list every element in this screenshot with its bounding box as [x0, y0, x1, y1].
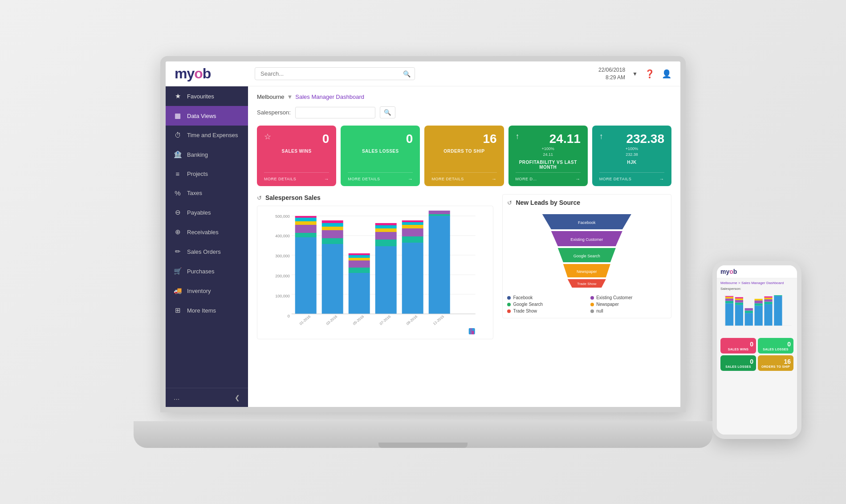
- sales-orders-icon: ✏: [174, 248, 182, 256]
- svg-rect-86: [764, 299, 772, 301]
- user-icon[interactable]: 👤: [662, 69, 671, 79]
- kpi-value-profitability: 24.11: [549, 132, 581, 146]
- search-container: 🔍: [255, 67, 415, 80]
- sidebar-item-more-items[interactable]: ⊞ More Items: [166, 301, 248, 320]
- bar-chart-svg: 500,000 400,000 300,000 200,000 100,000 …: [261, 211, 489, 335]
- sidebar-item-data-views[interactable]: ▦ Data Views: [166, 106, 248, 126]
- svg-rect-42: [429, 216, 450, 314]
- sidebar-item-purchases[interactable]: 🛒 Purchases: [166, 261, 248, 281]
- legend-label-null: null: [596, 309, 603, 313]
- svg-rect-82: [755, 301, 763, 303]
- sidebar-label-time-expenses: Time and Expenses: [187, 132, 238, 138]
- svg-rect-23: [322, 220, 343, 223]
- funnel-refresh-icon[interactable]: ↺: [507, 199, 512, 206]
- svg-text:07-2016: 07-2016: [379, 314, 392, 326]
- sidebar-label-receivables: Receivables: [187, 229, 219, 236]
- kpi-footer-sales-losses[interactable]: MORE DETAILS →: [348, 172, 413, 182]
- svg-rect-54: [472, 331, 474, 334]
- time-text: 8:29 AM: [598, 74, 625, 81]
- kpi-extra-profitability: +100%24.11: [516, 146, 581, 157]
- phone-screen: myob Melbourne > Sales Manager Dashboard…: [717, 265, 797, 435]
- svg-rect-69: [725, 298, 733, 301]
- sidebar-item-payables[interactable]: ⊖ Payables: [166, 203, 248, 222]
- phone-kpi-label-orders: ORDERS TO SHIP: [761, 365, 791, 368]
- bar-chart-title: Salesperson Sales: [265, 194, 321, 201]
- sidebar-bottom: ... ❮: [166, 388, 248, 407]
- kpi-value-sales-losses: 0: [406, 132, 413, 146]
- kpi-footer-profitability[interactable]: MORE D... →: [516, 172, 581, 182]
- svg-rect-38: [402, 228, 423, 236]
- legend-label-trade-show: Trade Show: [513, 309, 537, 313]
- sidebar-label-banking: Banking: [187, 151, 208, 158]
- svg-rect-20: [322, 230, 343, 238]
- kpi-more-profitability[interactable]: MORE D...: [516, 177, 537, 181]
- kpi-arrow-up-profitability: ↑: [516, 132, 520, 141]
- kpi-more-sales-losses[interactable]: MORE DETAILS: [348, 177, 380, 181]
- legend-label-newspaper: Newspaper: [596, 302, 619, 307]
- legend-item-newspaper: Newspaper: [590, 302, 667, 307]
- svg-rect-22: [322, 223, 343, 227]
- kpi-arrow-sales-wins: →: [324, 176, 329, 182]
- kpi-row: ☆ 0 SALES WINS MORE DETAILS →: [257, 126, 671, 186]
- kpi-more-sales-wins[interactable]: MORE DETAILS: [264, 177, 296, 181]
- kpi-footer-sales-wins[interactable]: MORE DETAILS →: [264, 172, 329, 182]
- kpi-footer-hjk[interactable]: MORE DETAILS →: [599, 172, 664, 182]
- phone-kpi-sales-wins: 0 SALES WINS: [720, 338, 756, 354]
- svg-text:09-2016: 09-2016: [406, 314, 419, 326]
- svg-text:200,000: 200,000: [275, 274, 290, 278]
- svg-text:100,000: 100,000: [275, 294, 290, 298]
- sidebar-item-receivables[interactable]: ⊕ Receivables: [166, 222, 248, 242]
- payables-icon: ⊖: [174, 208, 182, 216]
- sidebar-item-sales-orders[interactable]: ✏ Sales Orders: [166, 242, 248, 261]
- svg-text:500,000: 500,000: [275, 214, 290, 219]
- kpi-arrow-up-hjk: ↑: [599, 132, 603, 141]
- datetime-display: 22/06/2018 8:29 AM: [598, 66, 625, 81]
- search-input[interactable]: [255, 67, 415, 80]
- inventory-icon: 🚚: [174, 287, 182, 295]
- svg-rect-36: [402, 243, 423, 314]
- phone-kpi-value-orders: 16: [761, 358, 791, 365]
- sidebar-item-projects[interactable]: ≡ Projects: [166, 164, 248, 183]
- svg-rect-29: [349, 253, 370, 255]
- kpi-extra-hjk: +100%232.38: [599, 146, 664, 157]
- legend-dot-null: [590, 309, 594, 313]
- kpi-footer-orders[interactable]: MORE DETAILS →: [431, 172, 496, 182]
- sidebar-item-favourites[interactable]: ★ Favourites: [166, 86, 248, 106]
- breadcrumb-dropdown-arrow[interactable]: ▼: [287, 93, 293, 100]
- svg-text:Newspaper: Newspaper: [577, 269, 597, 274]
- svg-text:Google Search: Google Search: [573, 254, 600, 258]
- svg-rect-13: [295, 233, 317, 237]
- sidebar-item-taxes[interactable]: % Taxes: [166, 183, 248, 203]
- salesperson-search-button[interactable]: 🔍: [380, 106, 395, 118]
- kpi-more-orders[interactable]: MORE DETAILS: [431, 177, 464, 181]
- content-area: Melbourne ▼ Sales Manager Dashboard Sale…: [248, 86, 680, 407]
- svg-rect-84: [764, 304, 772, 325]
- svg-text:Trade Show: Trade Show: [578, 282, 597, 286]
- sidebar-collapse-button[interactable]: ❮: [235, 394, 240, 401]
- svg-rect-33: [375, 228, 397, 232]
- kpi-more-hjk[interactable]: MORE DETAILS: [599, 177, 631, 181]
- help-icon[interactable]: ❓: [645, 69, 655, 79]
- kpi-arrow-hjk-footer: →: [659, 176, 665, 182]
- sidebar-item-time-expenses[interactable]: ⏱ Time and Expenses: [166, 126, 248, 145]
- star-icon: ★: [174, 92, 182, 100]
- sidebar-label-favourites: Favourites: [187, 93, 214, 100]
- salesperson-input[interactable]: [295, 107, 375, 118]
- more-dots-button[interactable]: ...: [174, 394, 179, 402]
- bar-chart-refresh-icon[interactable]: ↺: [257, 195, 262, 201]
- sidebar-item-inventory[interactable]: 🚚 Inventory: [166, 281, 248, 301]
- svg-rect-12: [295, 237, 317, 314]
- sidebar-item-banking[interactable]: 🏦 Banking: [166, 145, 248, 164]
- svg-rect-35: [375, 223, 397, 225]
- svg-rect-90: [774, 295, 782, 296]
- svg-rect-68: [725, 301, 733, 303]
- legend-label-facebook: Facebook: [513, 295, 533, 300]
- svg-text:05-2016: 05-2016: [352, 314, 365, 326]
- datetime-dropdown-arrow[interactable]: ▼: [632, 71, 638, 77]
- svg-rect-70: [725, 297, 733, 299]
- legend-item-facebook: Facebook: [507, 295, 583, 300]
- svg-rect-83: [755, 299, 763, 301]
- svg-rect-73: [735, 302, 743, 305]
- kpi-value-orders-to-ship: 16: [483, 132, 496, 146]
- kpi-label-orders-to-ship: ORDERS TO SHIP: [431, 149, 496, 154]
